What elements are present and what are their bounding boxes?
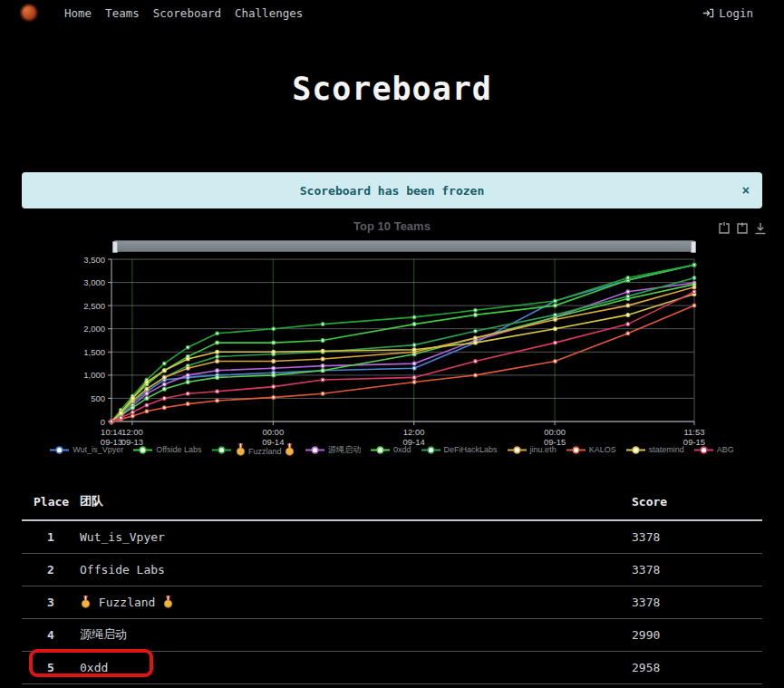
data-point[interactable] bbox=[554, 360, 557, 363]
data-point[interactable] bbox=[626, 323, 630, 326]
data-point[interactable] bbox=[216, 399, 219, 402]
data-point[interactable] bbox=[474, 314, 478, 317]
data-point[interactable] bbox=[145, 381, 149, 384]
data-point[interactable] bbox=[321, 392, 324, 395]
table-row[interactable]: 50xdd2958 bbox=[22, 651, 762, 683]
data-point[interactable] bbox=[272, 373, 276, 377]
data-point[interactable] bbox=[162, 387, 166, 391]
data-point[interactable] bbox=[412, 366, 416, 370]
table-row[interactable]: 1Wut_is_Vpyer3378 bbox=[22, 520, 762, 553]
series-line[interactable] bbox=[111, 287, 694, 422]
data-point[interactable] bbox=[162, 376, 166, 380]
data-point[interactable] bbox=[216, 350, 219, 354]
data-point[interactable] bbox=[474, 336, 478, 340]
login-link[interactable]: Login bbox=[702, 6, 753, 20]
data-point[interactable] bbox=[321, 349, 324, 353]
data-point[interactable] bbox=[321, 364, 324, 368]
data-point[interactable] bbox=[474, 308, 478, 312]
data-point[interactable] bbox=[474, 373, 478, 377]
legend-item[interactable]: 源绳启动 bbox=[305, 443, 361, 456]
data-point[interactable] bbox=[692, 304, 696, 307]
data-point[interactable] bbox=[321, 357, 324, 361]
data-point[interactable] bbox=[412, 344, 416, 347]
legend-item[interactable]: 0xdd bbox=[371, 443, 411, 456]
legend-item[interactable]: DeFiHackLabs bbox=[421, 443, 498, 456]
data-point[interactable] bbox=[412, 381, 416, 384]
data-point[interactable] bbox=[692, 286, 696, 289]
table-row[interactable]: 4源绳启动2990 bbox=[22, 618, 762, 651]
data-point[interactable] bbox=[110, 420, 113, 423]
data-point[interactable] bbox=[272, 385, 276, 389]
data-point[interactable] bbox=[626, 304, 630, 307]
legend-item[interactable]: Offside Labs bbox=[133, 443, 201, 456]
data-point[interactable] bbox=[692, 263, 696, 266]
data-point[interactable] bbox=[216, 390, 219, 393]
data-point[interactable] bbox=[554, 327, 557, 331]
data-point[interactable] bbox=[626, 314, 630, 317]
data-point[interactable] bbox=[321, 339, 324, 343]
data-point[interactable] bbox=[626, 332, 630, 335]
legend-item[interactable]: jinu.eth bbox=[508, 443, 557, 456]
data-point[interactable] bbox=[131, 414, 134, 418]
data-point[interactable] bbox=[554, 314, 557, 317]
legend-item[interactable]: ABG bbox=[694, 443, 734, 456]
data-point[interactable] bbox=[474, 341, 478, 344]
data-point[interactable] bbox=[216, 360, 219, 363]
data-point[interactable] bbox=[272, 350, 276, 354]
legend-item[interactable]: statemind bbox=[626, 443, 684, 456]
data-point[interactable] bbox=[412, 323, 416, 326]
data-point[interactable] bbox=[131, 411, 134, 414]
data-point[interactable] bbox=[145, 403, 149, 407]
legend-item[interactable]: Fuzzland bbox=[212, 443, 296, 456]
data-point[interactable] bbox=[321, 323, 324, 326]
data-point[interactable] bbox=[186, 402, 189, 406]
data-point[interactable] bbox=[412, 376, 416, 380]
data-point[interactable] bbox=[162, 369, 166, 373]
table-row[interactable]: 2Offside Labs3378 bbox=[22, 553, 762, 586]
legend-item[interactable]: Wut_is_Vpyer bbox=[50, 443, 123, 456]
data-point[interactable] bbox=[162, 362, 166, 365]
data-point[interactable] bbox=[120, 412, 123, 415]
data-point[interactable] bbox=[554, 299, 557, 303]
nav-item-scoreboard[interactable]: Scoreboard bbox=[153, 6, 221, 20]
legend-item[interactable]: KALOS bbox=[566, 443, 616, 456]
nav-item-home[interactable]: Home bbox=[64, 6, 92, 20]
data-point[interactable] bbox=[272, 396, 276, 400]
data-point[interactable] bbox=[131, 406, 134, 410]
data-point[interactable] bbox=[162, 397, 166, 401]
data-point[interactable] bbox=[554, 341, 557, 344]
data-point[interactable] bbox=[216, 369, 219, 373]
data-point[interactable] bbox=[162, 383, 166, 386]
data-point[interactable] bbox=[554, 304, 557, 307]
data-point[interactable] bbox=[186, 373, 189, 377]
data-point[interactable] bbox=[321, 378, 324, 382]
data-point[interactable] bbox=[186, 345, 189, 349]
ctf-logo-icon[interactable] bbox=[20, 4, 38, 22]
data-point[interactable] bbox=[131, 397, 134, 401]
data-point[interactable] bbox=[186, 357, 189, 361]
nav-item-teams[interactable]: Teams bbox=[105, 6, 140, 20]
data-point[interactable] bbox=[626, 290, 630, 294]
data-point[interactable] bbox=[272, 366, 276, 370]
data-point[interactable] bbox=[272, 360, 276, 363]
data-point[interactable] bbox=[120, 416, 123, 420]
data-point[interactable] bbox=[692, 290, 696, 294]
data-point[interactable] bbox=[474, 329, 478, 333]
nav-item-challenges[interactable]: Challenges bbox=[235, 6, 303, 20]
data-point[interactable] bbox=[321, 369, 324, 373]
score-chart[interactable]: 05001,0001,5002,0002,5003,0003,50010:140… bbox=[0, 219, 784, 448]
data-point[interactable] bbox=[186, 381, 189, 384]
data-point[interactable] bbox=[186, 392, 189, 395]
data-point[interactable] bbox=[216, 332, 219, 335]
data-point[interactable] bbox=[412, 315, 416, 319]
table-row[interactable]: 3 Fuzzland 3378 bbox=[22, 586, 762, 618]
data-point[interactable] bbox=[412, 348, 416, 352]
data-point[interactable] bbox=[474, 360, 478, 363]
data-point[interactable] bbox=[412, 362, 416, 365]
data-point[interactable] bbox=[692, 276, 696, 280]
data-point[interactable] bbox=[272, 327, 276, 331]
data-point[interactable] bbox=[186, 366, 189, 370]
data-point[interactable] bbox=[554, 318, 557, 322]
data-point[interactable] bbox=[145, 397, 149, 401]
data-point[interactable] bbox=[145, 410, 149, 413]
